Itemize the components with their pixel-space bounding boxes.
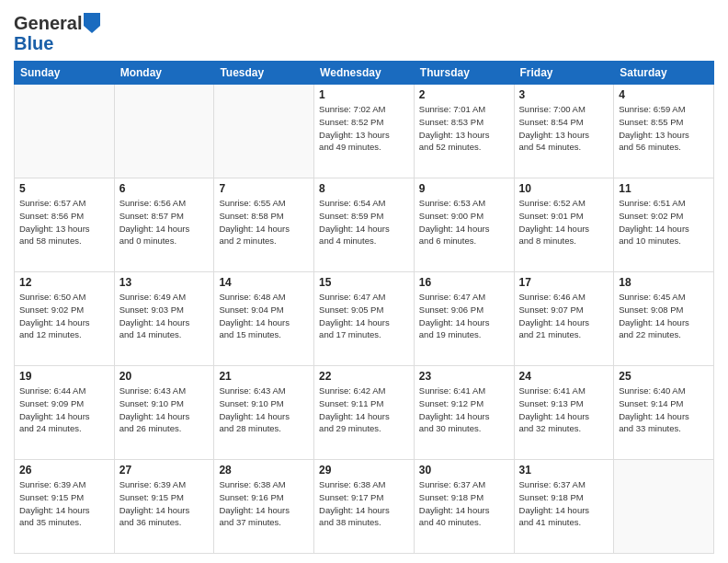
header: General Blue [14, 9, 714, 53]
calendar-table: SundayMondayTuesdayWednesdayThursdayFrid… [14, 61, 714, 554]
day-info: Sunrise: 6:37 AM Sunset: 9:18 PM Dayligh… [419, 478, 509, 529]
day-number: 21 [219, 370, 309, 383]
day-cell: 11Sunrise: 6:51 AM Sunset: 9:02 PM Dayli… [614, 178, 714, 272]
week-row-4: 19Sunrise: 6:44 AM Sunset: 9:09 PM Dayli… [15, 366, 714, 460]
day-cell: 13Sunrise: 6:49 AM Sunset: 9:03 PM Dayli… [114, 272, 214, 366]
weekday-friday: Friday [514, 62, 614, 85]
day-info: Sunrise: 6:46 AM Sunset: 9:07 PM Dayligh… [519, 291, 609, 341]
day-number: 15 [319, 276, 409, 289]
day-info: Sunrise: 6:38 AM Sunset: 9:17 PM Dayligh… [319, 478, 409, 529]
day-number: 20 [119, 370, 210, 383]
day-info: Sunrise: 6:48 AM Sunset: 9:04 PM Dayligh… [219, 291, 309, 341]
day-info: Sunrise: 7:01 AM Sunset: 8:53 PM Dayligh… [419, 103, 509, 154]
day-number: 6 [119, 182, 210, 195]
day-number: 30 [419, 464, 509, 477]
day-info: Sunrise: 6:52 AM Sunset: 9:01 PM Dayligh… [519, 197, 609, 247]
day-cell: 10Sunrise: 6:52 AM Sunset: 9:01 PM Dayli… [514, 178, 614, 272]
day-cell: 29Sunrise: 6:38 AM Sunset: 9:17 PM Dayli… [314, 460, 415, 554]
day-info: Sunrise: 6:51 AM Sunset: 9:02 PM Dayligh… [619, 197, 709, 247]
day-number: 10 [519, 182, 609, 195]
weekday-wednesday: Wednesday [314, 62, 415, 85]
day-cell: 15Sunrise: 6:47 AM Sunset: 9:05 PM Dayli… [314, 272, 415, 366]
weekday-tuesday: Tuesday [214, 62, 314, 85]
day-cell: 24Sunrise: 6:41 AM Sunset: 9:13 PM Dayli… [514, 366, 614, 460]
day-info: Sunrise: 6:40 AM Sunset: 9:14 PM Dayligh… [619, 385, 709, 435]
week-row-3: 12Sunrise: 6:50 AM Sunset: 9:02 PM Dayli… [15, 272, 714, 366]
day-info: Sunrise: 6:50 AM Sunset: 9:02 PM Dayligh… [19, 291, 109, 341]
day-info: Sunrise: 6:45 AM Sunset: 9:08 PM Dayligh… [619, 291, 709, 341]
day-cell: 2Sunrise: 7:01 AM Sunset: 8:53 PM Daylig… [414, 85, 514, 178]
day-number: 28 [219, 464, 309, 477]
day-cell [614, 460, 714, 554]
logo-icon [84, 13, 100, 33]
day-number: 22 [319, 370, 409, 383]
day-number: 29 [319, 464, 409, 477]
day-cell [114, 85, 214, 178]
day-number: 1 [319, 88, 409, 101]
day-number: 24 [519, 370, 609, 383]
day-number: 5 [19, 182, 109, 195]
day-info: Sunrise: 6:42 AM Sunset: 9:11 PM Dayligh… [319, 385, 409, 435]
day-cell: 18Sunrise: 6:45 AM Sunset: 9:08 PM Dayli… [614, 272, 714, 366]
day-info: Sunrise: 6:39 AM Sunset: 9:15 PM Dayligh… [119, 478, 210, 529]
day-cell: 9Sunrise: 6:53 AM Sunset: 9:00 PM Daylig… [414, 178, 514, 272]
day-info: Sunrise: 6:55 AM Sunset: 8:58 PM Dayligh… [219, 197, 309, 247]
day-info: Sunrise: 6:59 AM Sunset: 8:55 PM Dayligh… [619, 103, 709, 154]
day-cell: 31Sunrise: 6:37 AM Sunset: 9:18 PM Dayli… [514, 460, 614, 554]
day-info: Sunrise: 6:41 AM Sunset: 9:12 PM Dayligh… [419, 385, 509, 435]
day-info: Sunrise: 6:56 AM Sunset: 8:57 PM Dayligh… [119, 197, 210, 247]
day-cell [214, 85, 314, 178]
day-number: 25 [619, 370, 709, 383]
day-number: 18 [619, 276, 709, 289]
logo-general: General [14, 13, 82, 33]
logo: General Blue [14, 13, 100, 53]
day-number: 31 [519, 464, 609, 477]
day-cell: 25Sunrise: 6:40 AM Sunset: 9:14 PM Dayli… [614, 366, 714, 460]
day-info: Sunrise: 6:41 AM Sunset: 9:13 PM Dayligh… [519, 385, 609, 435]
day-number: 11 [619, 182, 709, 195]
day-number: 26 [19, 464, 109, 477]
day-number: 9 [419, 182, 509, 195]
day-number: 23 [419, 370, 509, 383]
day-cell: 12Sunrise: 6:50 AM Sunset: 9:02 PM Dayli… [15, 272, 115, 366]
day-cell: 28Sunrise: 6:38 AM Sunset: 9:16 PM Dayli… [214, 460, 314, 554]
day-info: Sunrise: 6:47 AM Sunset: 9:05 PM Dayligh… [319, 291, 409, 341]
day-info: Sunrise: 6:47 AM Sunset: 9:06 PM Dayligh… [419, 291, 509, 341]
day-info: Sunrise: 6:53 AM Sunset: 9:00 PM Dayligh… [419, 197, 509, 247]
day-number: 17 [519, 276, 609, 289]
page: General Blue SundayMondayTuesdayWednesda… [0, 0, 728, 563]
day-number: 19 [19, 370, 109, 383]
day-info: Sunrise: 6:38 AM Sunset: 9:16 PM Dayligh… [219, 478, 309, 529]
day-info: Sunrise: 6:43 AM Sunset: 9:10 PM Dayligh… [219, 385, 309, 435]
day-cell: 14Sunrise: 6:48 AM Sunset: 9:04 PM Dayli… [214, 272, 314, 366]
day-number: 27 [119, 464, 210, 477]
day-cell: 17Sunrise: 6:46 AM Sunset: 9:07 PM Dayli… [514, 272, 614, 366]
day-cell: 3Sunrise: 7:00 AM Sunset: 8:54 PM Daylig… [514, 85, 614, 178]
day-cell: 7Sunrise: 6:55 AM Sunset: 8:58 PM Daylig… [214, 178, 314, 272]
day-info: Sunrise: 6:54 AM Sunset: 8:59 PM Dayligh… [319, 197, 409, 247]
day-cell: 8Sunrise: 6:54 AM Sunset: 8:59 PM Daylig… [314, 178, 415, 272]
day-cell: 21Sunrise: 6:43 AM Sunset: 9:10 PM Dayli… [214, 366, 314, 460]
day-cell: 19Sunrise: 6:44 AM Sunset: 9:09 PM Dayli… [15, 366, 115, 460]
day-info: Sunrise: 6:44 AM Sunset: 9:09 PM Dayligh… [19, 385, 109, 435]
day-cell: 26Sunrise: 6:39 AM Sunset: 9:15 PM Dayli… [15, 460, 115, 554]
day-info: Sunrise: 7:00 AM Sunset: 8:54 PM Dayligh… [519, 103, 609, 154]
day-cell: 6Sunrise: 6:56 AM Sunset: 8:57 PM Daylig… [114, 178, 214, 272]
day-number: 3 [519, 88, 609, 101]
week-row-5: 26Sunrise: 6:39 AM Sunset: 9:15 PM Dayli… [15, 460, 714, 554]
day-info: Sunrise: 7:02 AM Sunset: 8:52 PM Dayligh… [319, 103, 409, 154]
day-number: 12 [19, 276, 109, 289]
day-number: 8 [319, 182, 409, 195]
weekday-thursday: Thursday [414, 62, 514, 85]
day-number: 14 [219, 276, 309, 289]
week-row-2: 5Sunrise: 6:57 AM Sunset: 8:56 PM Daylig… [15, 178, 714, 272]
day-cell: 4Sunrise: 6:59 AM Sunset: 8:55 PM Daylig… [614, 85, 714, 178]
day-cell: 27Sunrise: 6:39 AM Sunset: 9:15 PM Dayli… [114, 460, 214, 554]
day-info: Sunrise: 6:49 AM Sunset: 9:03 PM Dayligh… [119, 291, 210, 341]
day-info: Sunrise: 6:39 AM Sunset: 9:15 PM Dayligh… [19, 478, 109, 529]
day-cell: 23Sunrise: 6:41 AM Sunset: 9:12 PM Dayli… [414, 366, 514, 460]
weekday-header-row: SundayMondayTuesdayWednesdayThursdayFrid… [15, 62, 714, 85]
week-row-1: 1Sunrise: 7:02 AM Sunset: 8:52 PM Daylig… [15, 85, 714, 178]
day-cell: 30Sunrise: 6:37 AM Sunset: 9:18 PM Dayli… [414, 460, 514, 554]
day-cell: 22Sunrise: 6:42 AM Sunset: 9:11 PM Dayli… [314, 366, 415, 460]
